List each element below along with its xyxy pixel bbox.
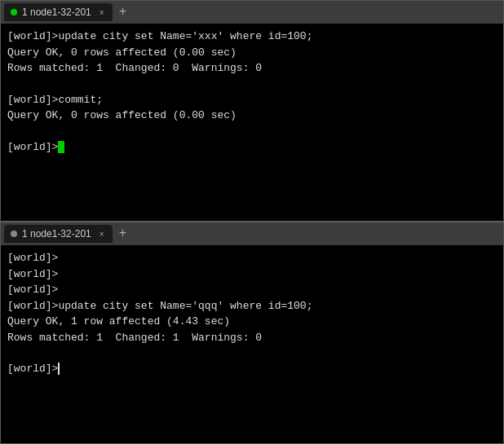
- top-tab-add[interactable]: +: [114, 3, 132, 21]
- bottom-terminal-body[interactable]: [world]> [world]> [world]> [world]>updat…: [1, 245, 503, 443]
- line-4: [7, 77, 497, 92]
- b-line-6: Rows matched: 1 Changed: 1 Warnings: 0: [7, 330, 497, 346]
- top-cursor: [58, 141, 64, 153]
- b-line-4: [world]>update city set Name='qqq' where…: [7, 298, 497, 314]
- line-3: Rows matched: 1 Changed: 0 Warnings: 0: [7, 60, 497, 77]
- b-line-3: [world]>: [7, 282, 497, 298]
- bottom-terminal-window: 1 node1-32-201 × + [world]> [world]> [wo…: [0, 222, 504, 444]
- bottom-tab-close[interactable]: ×: [99, 230, 104, 239]
- bottom-tab-add[interactable]: +: [114, 225, 132, 243]
- line-1: [world]>update city set Name='xxx' where…: [7, 29, 497, 45]
- bottom-tab[interactable]: 1 node1-32-201 ×: [4, 225, 113, 243]
- line-8: [world]>: [7, 139, 497, 156]
- bottom-tab-label: 1 node1-32-201: [22, 228, 91, 240]
- b-line-2: [world]>: [7, 266, 497, 283]
- top-tab-close[interactable]: ×: [99, 8, 104, 17]
- top-terminal-body[interactable]: [world]>update city set Name='xxx' where…: [1, 24, 503, 221]
- bottom-tab-dot: [11, 231, 17, 237]
- line-5: [world]>commit;: [7, 92, 497, 108]
- b-line-8: [world]>: [7, 361, 497, 377]
- line-2: Query OK, 0 rows affected (0.00 sec): [7, 45, 497, 61]
- bottom-tab-bar: 1 node1-32-201 × +: [1, 222, 503, 245]
- b-line-1: [world]>: [7, 250, 497, 266]
- bottom-cursor: [58, 363, 60, 375]
- line-6: Query OK, 0 rows affected (0.00 sec): [7, 108, 497, 124]
- line-7: [7, 124, 497, 139]
- top-terminal-window: 1 node1-32-201 × + [world]>update city s…: [0, 0, 504, 222]
- b-line-7: [7, 345, 497, 361]
- top-tab-dot: [11, 9, 17, 15]
- b-line-5: Query OK, 1 row affected (4.43 sec): [7, 314, 497, 330]
- top-tab[interactable]: 1 node1-32-201 ×: [4, 3, 113, 21]
- top-tab-bar: 1 node1-32-201 × +: [1, 1, 503, 24]
- top-tab-label: 1 node1-32-201: [22, 7, 91, 18]
